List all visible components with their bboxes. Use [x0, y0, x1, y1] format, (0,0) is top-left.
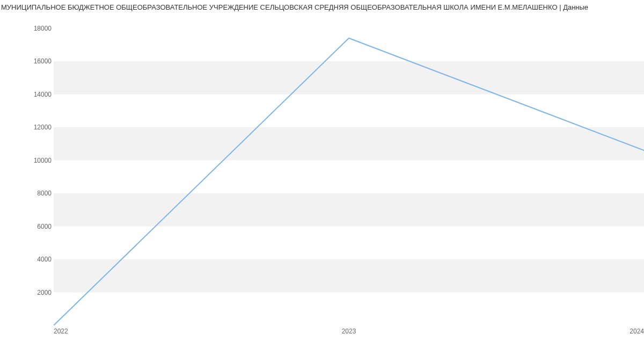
svg-rect-0	[54, 259, 644, 292]
chart-svg	[54, 15, 644, 325]
y-tick-label: 18000	[19, 25, 52, 32]
y-tick-label: 12000	[19, 123, 52, 131]
svg-rect-1	[54, 193, 644, 226]
y-tick-label: 6000	[19, 223, 52, 230]
y-tick-label: 16000	[19, 57, 52, 65]
svg-rect-3	[54, 61, 644, 94]
y-tick-label: 8000	[19, 190, 52, 197]
svg-rect-2	[54, 127, 644, 160]
chart-title: МУНИЦИПАЛЬНОЕ БЮДЖЕТНОЕ ОБЩЕОБРАЗОВАТЕЛЬ…	[0, 3, 644, 11]
plot-bands	[54, 61, 644, 292]
x-tick-label: 2022	[54, 328, 68, 335]
y-tick-label: 10000	[19, 157, 52, 164]
x-tick-label: 2024	[630, 328, 644, 335]
y-tick-label: 4000	[19, 256, 52, 263]
x-tick-label: 2023	[342, 328, 356, 335]
y-tick-label: 14000	[19, 91, 52, 98]
chart-area: 2000400060008000100001200014000160001800…	[0, 15, 644, 338]
y-tick-label: 2000	[19, 289, 52, 296]
